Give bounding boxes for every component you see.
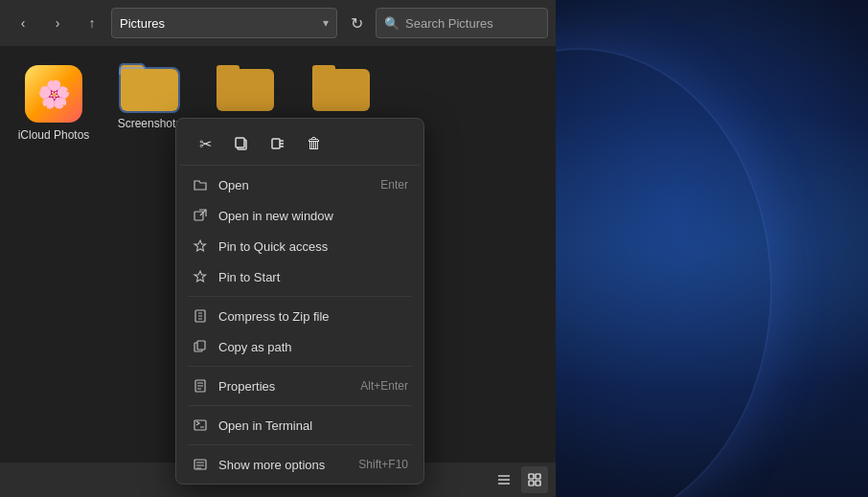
open-new-window-icon [192,207,209,224]
app-icon-icloud: 🌸 [25,65,82,123]
folder-icon-screenshots [121,65,178,111]
show-more-icon [192,456,209,473]
context-menu-item-label: Open [218,178,371,192]
context-menu-item-terminal[interactable]: Open in Terminal [180,410,420,441]
menu-separator [188,366,412,367]
grid-view-button[interactable] [521,466,548,493]
compress-icon [192,307,209,325]
context-menu-item-label: Open in Terminal [218,418,408,433]
explorer-window: ‹ › ↑ Pictures ▾ ↻ 🔍 Search Pictures 🌸 i… [0,0,556,497]
search-placeholder: Search Pictures [405,16,493,31]
svg-rect-13 [197,341,205,350]
refresh-button[interactable]: ↻ [341,8,372,38]
context-menu-item-compress[interactable]: Compress to Zip file [180,301,420,331]
address-bar-path: Pictures [120,16,165,31]
menu-separator [188,296,412,297]
item-label: iCloud Photos [18,128,90,142]
context-menu-item-label: Properties [218,379,351,394]
context-menu: ✂ 🗑 Open Enter [175,118,424,485]
context-menu-item-open[interactable]: Open Enter [180,169,420,200]
delete-button[interactable]: 🗑 [297,128,331,159]
context-menu-item-show-more[interactable]: Show more options Shift+F10 [180,449,420,480]
menu-separator [188,405,412,406]
context-menu-item-label: Pin to Quick access [218,239,408,254]
context-menu-item-label: Open in new window [218,209,408,223]
svg-rect-2 [272,139,280,148]
shortcut-label: Enter [380,178,408,192]
svg-rect-30 [536,481,540,486]
list-view-button[interactable] [491,466,517,493]
rename-button[interactable] [261,128,295,159]
search-box[interactable]: 🔍 Search Pictures [376,8,548,38]
item-label: Screenshots [118,117,182,130]
nav-up-button[interactable]: ↑ [77,8,107,38]
folder-icon-3 [312,65,370,111]
context-menu-item-copy-path[interactable]: Copy as path [180,331,420,362]
search-icon: 🔍 [384,16,400,31]
menu-separator [188,444,412,445]
context-menu-toolbar: ✂ 🗑 [180,123,420,166]
pin-start-icon [192,268,209,285]
folder-icon-2 [217,65,274,111]
nav-back-button[interactable]: ‹ [8,8,38,38]
copy-button[interactable] [224,128,259,159]
svg-rect-1 [236,138,244,147]
copy-path-icon [192,338,209,355]
properties-icon [192,377,209,395]
nav-forward-button[interactable]: › [42,8,73,38]
shortcut-label: Alt+Enter [360,379,408,393]
svg-rect-28 [536,474,540,479]
context-menu-item-pin-quick[interactable]: Pin to Quick access [180,231,420,261]
context-menu-item-label: Compress to Zip file [218,309,408,324]
open-icon [192,176,209,193]
content-area: 🌸 iCloud Photos Screenshots [0,46,556,463]
context-menu-item-open-new-window[interactable]: Open in new window [180,200,420,231]
title-bar: ‹ › ↑ Pictures ▾ ↻ 🔍 Search Pictures [0,0,556,46]
svg-rect-6 [194,212,203,220]
context-menu-item-pin-start[interactable]: Pin to Start [180,261,420,292]
list-item[interactable]: 🌸 iCloud Photos [15,61,92,146]
context-menu-item-label: Show more options [218,458,349,472]
context-menu-item-label: Pin to Start [218,270,408,284]
context-menu-item-properties[interactable]: Properties Alt+Enter [180,371,420,401]
address-bar[interactable]: Pictures ▾ [111,8,337,38]
terminal-icon [192,417,209,434]
context-menu-item-label: Copy as path [218,340,408,354]
shortcut-label: Shift+F10 [358,458,408,471]
svg-rect-29 [529,481,534,486]
cut-button[interactable]: ✂ [188,128,222,159]
svg-rect-27 [529,474,534,479]
pin-quick-icon [192,237,209,255]
